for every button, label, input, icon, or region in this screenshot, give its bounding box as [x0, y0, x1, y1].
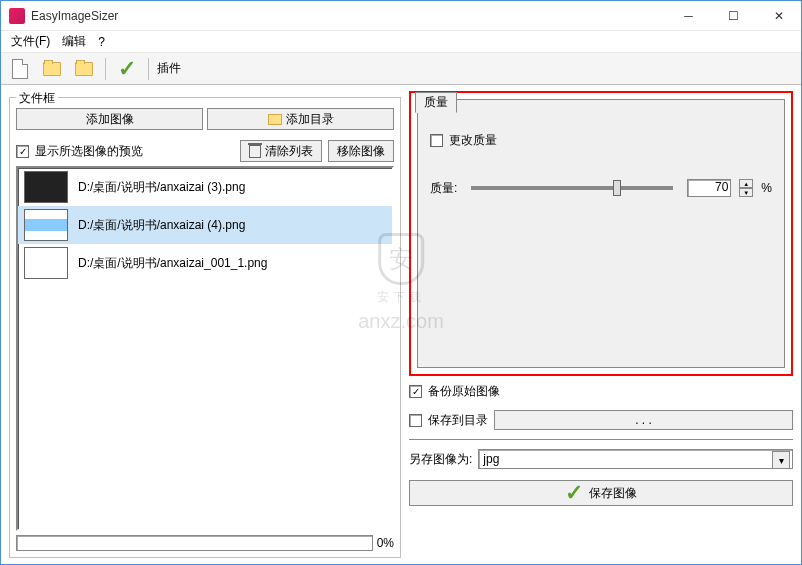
quality-panel: 质量 更改质量 质量: 70 ▲▼ % [409, 91, 793, 376]
change-quality-label: 更改质量 [449, 132, 497, 149]
close-button[interactable]: ✕ [756, 1, 801, 30]
change-quality-checkbox[interactable] [430, 134, 443, 147]
folder-icon [268, 114, 282, 125]
folder-icon [75, 62, 93, 76]
savedir-checkbox[interactable] [409, 414, 422, 427]
tab-quality[interactable]: 质量 [415, 92, 457, 113]
list-item[interactable]: D:/桌面/说明书/anxaizai_001_1.png [18, 244, 392, 282]
file-path: D:/桌面/说明书/anxaizai_001_1.png [78, 255, 267, 272]
file-list[interactable]: D:/桌面/说明书/anxaizai (3).png D:/桌面/说明书/anx… [16, 166, 394, 531]
preview-checkbox[interactable]: ✓ [16, 145, 29, 158]
separator [105, 58, 106, 80]
progress-bar [16, 535, 373, 551]
quality-slider[interactable] [471, 186, 673, 190]
maximize-button[interactable]: ☐ [711, 1, 756, 30]
thumbnail [24, 171, 68, 203]
quality-input[interactable]: 70 [687, 179, 731, 197]
document-icon [12, 59, 28, 79]
add-folder-button[interactable]: 添加目录 [207, 108, 394, 130]
menu-edit[interactable]: 编辑 [58, 33, 90, 50]
minimize-button[interactable]: ─ [666, 1, 711, 30]
list-item[interactable]: D:/桌面/说明书/anxaizai (4).png [18, 206, 392, 244]
spinner-down-icon[interactable]: ▼ [739, 188, 753, 197]
thumbnail [24, 247, 68, 279]
file-legend: 文件框 [16, 90, 58, 107]
save-image-button[interactable]: ✓ 保存图像 [409, 480, 793, 506]
file-path: D:/桌面/说明书/anxaizai (3).png [78, 179, 245, 196]
folder-button-1[interactable] [39, 56, 65, 82]
separator [148, 58, 149, 80]
savedir-label: 保存到目录 [428, 412, 488, 429]
titlebar: EasyImageSizer ─ ☐ ✕ [1, 1, 801, 31]
thumbnail [24, 209, 68, 241]
format-select[interactable]: jpg [478, 449, 793, 469]
file-path: D:/桌面/说明书/anxaizai (4).png [78, 217, 245, 234]
separator [409, 439, 793, 440]
quality-spinner[interactable]: ▲▼ [739, 179, 753, 197]
slider-thumb[interactable] [613, 180, 621, 196]
remove-image-button[interactable]: 移除图像 [328, 140, 394, 162]
toolbar: ✓ 插件 [1, 53, 801, 85]
preview-label: 显示所选图像的预览 [35, 143, 143, 160]
backup-checkbox[interactable]: ✓ [409, 385, 422, 398]
app-icon [9, 8, 25, 24]
folder-icon [43, 62, 61, 76]
menu-file[interactable]: 文件(F) [7, 33, 54, 50]
percent-label: % [761, 181, 772, 195]
browse-button[interactable]: . . . [494, 410, 793, 430]
progress-percent: 0% [377, 536, 394, 550]
folder-button-2[interactable] [71, 56, 97, 82]
quality-label: 质量: [430, 180, 457, 197]
menu-help[interactable]: ? [94, 35, 109, 49]
new-doc-button[interactable] [7, 56, 33, 82]
saveas-label: 另存图像为: [409, 451, 472, 468]
clear-list-button[interactable]: 清除列表 [240, 140, 322, 162]
check-icon: ✓ [118, 56, 136, 82]
add-image-button[interactable]: 添加图像 [16, 108, 203, 130]
menubar: 文件(F) 编辑 ? [1, 31, 801, 53]
backup-label: 备份原始图像 [428, 383, 500, 400]
spinner-up-icon[interactable]: ▲ [739, 179, 753, 188]
trash-icon [249, 145, 261, 158]
apply-button[interactable]: ✓ [114, 56, 140, 82]
window-title: EasyImageSizer [31, 9, 666, 23]
list-item[interactable]: D:/桌面/说明书/anxaizai (3).png [18, 168, 392, 206]
plugin-label[interactable]: 插件 [157, 60, 181, 77]
check-icon: ✓ [565, 480, 583, 506]
file-groupbox: 文件框 添加图像 添加目录 ✓ 显示所选图像的预览 清除列表 移除图像 D:/桌… [9, 97, 401, 558]
